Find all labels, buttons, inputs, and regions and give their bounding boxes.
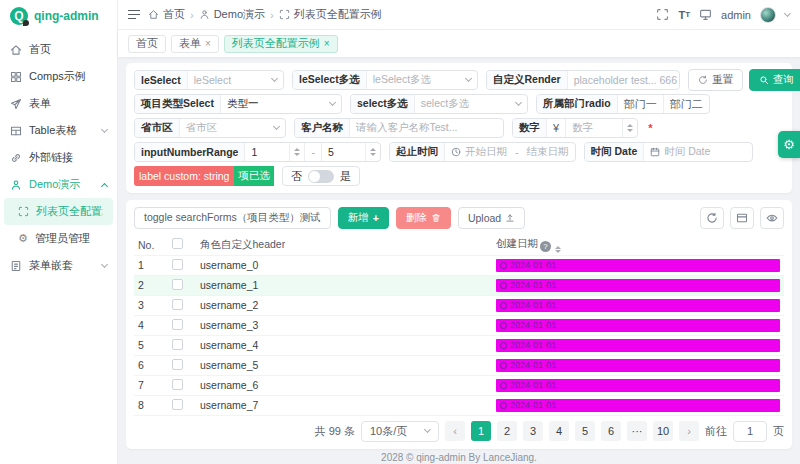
sidebar-item-comps[interactable]: Comps示例 [0, 63, 117, 90]
leselect-multi-select[interactable]: leSelect多选 [367, 71, 477, 89]
table-row[interactable]: 7username_62024-01-01 [134, 375, 784, 395]
footer-copyright: 2028 © qing-admin By LanceJiang. [126, 449, 792, 464]
tab-home[interactable]: 首页 [128, 35, 166, 53]
refresh-icon[interactable] [700, 207, 724, 229]
date-cell-bar: 2024-01-01 [496, 339, 780, 352]
select-all-checkbox[interactable] [172, 238, 183, 249]
page-button[interactable]: 5 [575, 421, 595, 441]
table-row[interactable]: 8username_72024-01-01 [134, 395, 784, 415]
number-stepper[interactable] [622, 119, 637, 137]
sidebar-item-form[interactable]: 表单 [0, 90, 117, 117]
table-row[interactable]: 3username_22024-01-01 [134, 295, 784, 315]
row-checkbox[interactable] [172, 259, 183, 270]
select-multi-select[interactable]: select多选 [415, 95, 527, 113]
query-button[interactable]: 查询 [749, 69, 800, 91]
project-type-select[interactable]: 类型一 [221, 95, 341, 113]
row-checkbox[interactable] [172, 359, 183, 370]
upload-button[interactable]: Upload [458, 207, 525, 229]
table-row[interactable]: 4username_32024-01-01 [134, 315, 784, 335]
search-row-1: leSelect leSelect leSelect多选 leSelect多选 … [134, 70, 784, 90]
date-cell-bar: 2024-01-01 [496, 259, 780, 272]
number-range-from-input[interactable]: 1 [245, 143, 289, 161]
sidebar-item-home[interactable]: 首页 [0, 36, 117, 63]
page-button[interactable]: 2 [497, 421, 517, 441]
chevron-down-icon [515, 99, 522, 106]
tags-bar: 首页 表单× 列表页全配置示例× [118, 30, 800, 57]
collapse-menu-icon[interactable] [128, 10, 140, 20]
project-type-field: 项目类型Select 类型一 [134, 94, 342, 114]
breadcrumb-home[interactable]: 首页 [148, 7, 185, 22]
sidebar-item-nested-menu[interactable]: 菜单嵌套 [0, 252, 117, 279]
date-field: 时间 Date 时间 Date [584, 142, 754, 162]
page-size-select[interactable]: 10条/页 [361, 421, 439, 442]
sidebar-item-external-link[interactable]: 外部链接 [0, 144, 117, 171]
table-row[interactable]: 6username_52024-01-01 [134, 355, 784, 375]
page-button[interactable]: 1 [471, 421, 491, 441]
close-icon[interactable]: × [324, 39, 330, 49]
screen-lock-icon[interactable] [699, 8, 712, 21]
more-pages-button[interactable]: ··· [627, 421, 647, 441]
dept-radio-option-2[interactable]: 部门二 [664, 95, 709, 113]
tab-form[interactable]: 表单× [171, 35, 219, 53]
currency-prefix: ¥ [547, 119, 566, 137]
date-input[interactable]: 时间 Date [644, 143, 752, 161]
question-circle-icon[interactable]: ? [540, 241, 551, 252]
number-range-to-input[interactable]: 5 [321, 143, 365, 161]
dept-radio-field: 所属部门radio 部门一 部门二 [536, 94, 710, 114]
add-button[interactable]: 新增+ [338, 207, 389, 229]
sidebar-item-demo[interactable]: Demo演示 [0, 171, 117, 198]
sidebar-item-admin-manage[interactable]: ⚙ 管理员管理 [0, 225, 117, 252]
leselect-select[interactable]: leSelect [188, 71, 283, 89]
chevron-down-icon [273, 123, 280, 130]
app-logo[interactable]: Q qing-admin [0, 0, 117, 32]
table-row[interactable]: 1username_02024-01-01 [134, 255, 784, 275]
delete-button[interactable]: 删除 [396, 207, 451, 229]
breadcrumb-demo[interactable]: Demo演示 [199, 7, 265, 22]
page-button[interactable]: 4 [549, 421, 569, 441]
customer-name-input[interactable]: 请输入客户名称Test... [350, 119, 503, 137]
custom-render-input[interactable]: placeholder test... 666 [568, 71, 680, 89]
chevron-down-icon[interactable] [784, 9, 791, 16]
dept-radio-option-1[interactable]: 部门一 [618, 95, 664, 113]
row-checkbox[interactable] [172, 279, 183, 290]
page-button[interactable]: 6 [601, 421, 621, 441]
layout-size-icon[interactable] [730, 207, 754, 229]
date-range-picker[interactable]: 开始日期 - 结束日期 [445, 143, 575, 161]
table-row[interactable]: 5username_42024-01-01 [134, 335, 784, 355]
upload-icon [505, 213, 515, 223]
next-page-button[interactable]: › [679, 421, 699, 441]
jump-suffix-label: 页 [773, 424, 784, 439]
fullscreen-icon[interactable] [656, 8, 669, 21]
number-range-to-stepper[interactable] [365, 143, 380, 161]
prev-page-button[interactable]: ‹ [445, 421, 465, 441]
jump-page-input[interactable]: 1 [733, 421, 767, 442]
breadcrumb-current: 列表页全配置示例 [279, 7, 382, 22]
row-checkbox[interactable] [172, 339, 183, 350]
clock-icon [500, 322, 507, 329]
sidebar-item-table[interactable]: Table表格 [0, 117, 117, 144]
reset-button[interactable]: 重置 [688, 69, 743, 91]
row-checkbox[interactable] [172, 399, 183, 410]
table-toolbar: toggle searchForms（项目类型）测试 新增+ 删除 Upload [134, 207, 784, 229]
sidebar-item-list-page-demo[interactable]: 列表页全配置示例 [4, 198, 113, 225]
settings-gear-button[interactable]: ⚙ [778, 131, 800, 158]
toggle-search-forms-button[interactable]: toggle searchForms（项目类型）测试 [134, 207, 331, 229]
region-select[interactable]: 省市区 [180, 119, 286, 137]
number-input[interactable]: 数字 [566, 119, 622, 137]
page-button[interactable]: 10 [653, 421, 673, 441]
number-range-from-stepper[interactable] [289, 143, 304, 161]
font-size-icon[interactable]: TT [678, 9, 690, 21]
sort-icon[interactable] [555, 246, 561, 254]
tab-list-page-demo[interactable]: 列表页全配置示例× [224, 35, 338, 53]
row-checkbox[interactable] [172, 319, 183, 330]
table-row[interactable]: 2username_12024-01-01 [134, 275, 784, 295]
table-icon [10, 125, 22, 137]
chevron-down-icon [424, 426, 431, 433]
page-button[interactable]: 3 [523, 421, 543, 441]
row-checkbox[interactable] [172, 299, 183, 310]
toggle-switch[interactable] [308, 170, 334, 183]
close-icon[interactable]: × [205, 39, 211, 49]
row-checkbox[interactable] [172, 379, 183, 390]
column-visibility-eye-icon[interactable] [760, 207, 784, 229]
avatar[interactable] [760, 7, 776, 23]
